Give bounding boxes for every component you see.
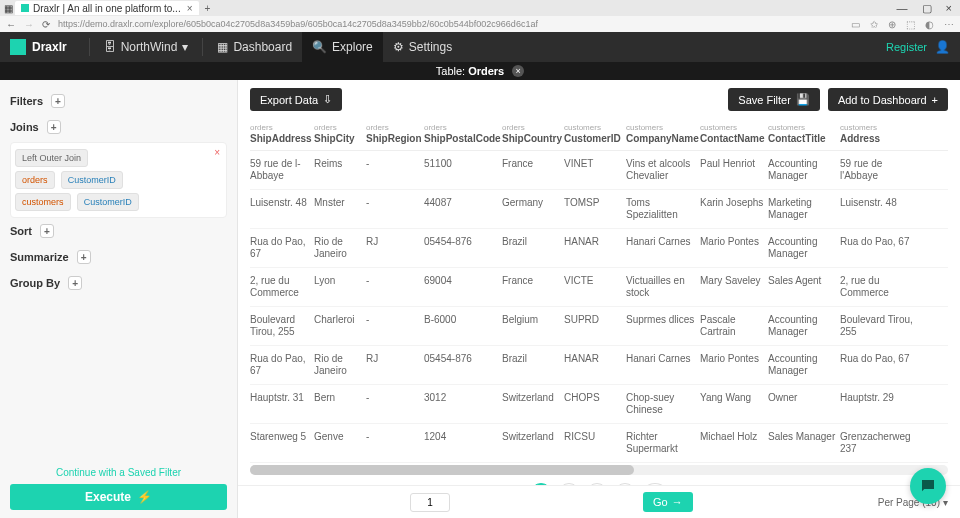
reader-icon[interactable]: ▭ bbox=[851, 19, 860, 30]
collections-icon[interactable]: ⊕ bbox=[888, 19, 896, 30]
register-link[interactable]: Register bbox=[878, 41, 935, 53]
remove-join-icon[interactable]: × bbox=[214, 147, 220, 158]
saved-filter-link[interactable]: Continue with a Saved Filter bbox=[10, 461, 227, 484]
new-tab-icon[interactable]: + bbox=[205, 3, 211, 14]
col-ShipCountry[interactable]: ordersShipCountry bbox=[502, 123, 564, 144]
page-3[interactable]: 3 bbox=[586, 483, 608, 485]
export-button[interactable]: Export Data ⇩ bbox=[250, 88, 342, 111]
page-input[interactable] bbox=[410, 493, 450, 512]
join-right-table[interactable]: customers bbox=[15, 193, 71, 211]
nav-back-icon[interactable]: ← bbox=[6, 19, 16, 30]
plus-icon: + bbox=[932, 94, 938, 106]
extensions-icon[interactable]: ⬚ bbox=[906, 19, 915, 30]
download-icon: ⇩ bbox=[323, 93, 332, 106]
add-join-button[interactable]: + bbox=[47, 120, 61, 134]
save-filter-button[interactable]: Save Filter 💾 bbox=[728, 88, 820, 111]
results-panel: Export Data ⇩ Save Filter 💾 Add to Dashb… bbox=[238, 80, 960, 518]
summarize-section: Summarize + bbox=[10, 244, 227, 270]
reload-icon[interactable]: ⟳ bbox=[42, 19, 50, 30]
page-1[interactable]: 1 bbox=[530, 483, 552, 485]
results-footer: Go → Per Page (10) ▾ bbox=[238, 485, 960, 518]
join-left-table[interactable]: orders bbox=[15, 171, 55, 189]
bolt-icon: ⚡ bbox=[137, 490, 152, 504]
clear-table-icon[interactable]: × bbox=[512, 65, 524, 77]
table-row[interactable]: 2, rue du CommerceLyon-69004FranceVICTEV… bbox=[250, 268, 948, 307]
table-body: 59 rue de l-AbbayeReims-51100FranceVINET… bbox=[250, 151, 948, 463]
close-tab-icon[interactable]: × bbox=[187, 3, 193, 14]
chat-fab[interactable] bbox=[910, 468, 946, 504]
col-CompanyName[interactable]: customersCompanyName bbox=[626, 123, 700, 144]
browser-tab[interactable]: Draxlr | An all in one platform to... × bbox=[15, 1, 199, 15]
favorite-icon[interactable]: ✩ bbox=[870, 19, 878, 30]
arrow-right-icon: → bbox=[672, 496, 683, 508]
prev-page-button[interactable]: Previous bbox=[262, 485, 323, 486]
tab-title: Draxlr | An all in one platform to... bbox=[33, 3, 181, 14]
save-icon: 💾 bbox=[796, 93, 810, 106]
add-groupby-button[interactable]: + bbox=[68, 276, 82, 290]
nav-dashboard[interactable]: ▦ Dashboard bbox=[207, 32, 302, 62]
chevron-down-icon: ▾ bbox=[182, 40, 188, 54]
nav-explore[interactable]: 🔍 Explore bbox=[302, 32, 383, 62]
join-type-chip[interactable]: Left Outer Join bbox=[15, 149, 88, 167]
browser-urlbar: ← → ⟳ https://demo.draxlr.com/explore/60… bbox=[0, 16, 960, 32]
query-sidebar: Filters + Joins + × Left Outer Join orde… bbox=[0, 80, 238, 518]
results-toolbar: Export Data ⇩ Save Filter 💾 Add to Dashb… bbox=[238, 80, 960, 119]
add-sort-button[interactable]: + bbox=[40, 224, 54, 238]
pagination: Previous 1 2 3 ... 83 Next bbox=[250, 477, 948, 485]
execute-button[interactable]: Execute ⚡ bbox=[10, 484, 227, 510]
join-right-col[interactable]: CustomerID bbox=[77, 193, 139, 211]
logo-icon bbox=[10, 39, 26, 55]
col-ContactTitle[interactable]: customersContactTitle bbox=[768, 123, 840, 144]
page-dots: ... bbox=[614, 483, 636, 485]
gear-icon: ⚙ bbox=[393, 40, 404, 54]
chevron-down-icon: ▾ bbox=[943, 497, 948, 508]
sort-section: Sort + bbox=[10, 218, 227, 244]
go-button[interactable]: Go → bbox=[643, 492, 693, 512]
col-ShipAddress[interactable]: ordersShipAddress bbox=[250, 123, 314, 144]
page-2[interactable]: 2 bbox=[558, 483, 580, 485]
nav-forward-icon: → bbox=[24, 19, 34, 30]
filters-section: Filters + bbox=[10, 88, 227, 114]
horizontal-scrollbar[interactable] bbox=[250, 465, 948, 475]
add-dashboard-button[interactable]: Add to Dashboard + bbox=[828, 88, 948, 111]
window-maximize-icon[interactable]: ▢ bbox=[922, 2, 932, 15]
col-ShipRegion[interactable]: ordersShipRegion bbox=[366, 123, 424, 144]
table-indicator: Table: Orders × bbox=[0, 62, 960, 80]
join-left-col[interactable]: CustomerID bbox=[61, 171, 123, 189]
table-row[interactable]: Luisenstr. 48Mnster-44087GermanyTOMSPTom… bbox=[250, 190, 948, 229]
user-icon[interactable]: 👤 bbox=[935, 40, 950, 54]
join-config[interactable]: × Left Outer Join orders CustomerID cust… bbox=[10, 142, 227, 218]
col-CustomerID[interactable]: customersCustomerID bbox=[564, 123, 626, 144]
page-last[interactable]: 83 bbox=[642, 483, 668, 485]
groupby-section: Group By + bbox=[10, 270, 227, 296]
tab-list-icon[interactable]: ▦ bbox=[4, 3, 13, 14]
favicon bbox=[21, 4, 29, 12]
table-row[interactable]: Boulevard Tirou, 255Charleroi-B-6000Belg… bbox=[250, 307, 948, 346]
add-summarize-button[interactable]: + bbox=[77, 250, 91, 264]
col-ShipCity[interactable]: ordersShipCity bbox=[314, 123, 366, 144]
db-selector[interactable]: 🗄 NorthWind ▾ bbox=[94, 32, 199, 62]
profile-icon[interactable]: ◐ bbox=[925, 19, 934, 30]
table-row[interactable]: Hauptstr. 31Bern-3012SwitzerlandCHOPSCho… bbox=[250, 385, 948, 424]
url-text[interactable]: https://demo.draxlr.com/explore/605b0ca0… bbox=[58, 19, 843, 29]
dashboard-icon: ▦ bbox=[217, 40, 228, 54]
table-header: ordersShipAddressordersShipCityordersShi… bbox=[250, 119, 948, 151]
search-icon: 🔍 bbox=[312, 40, 327, 54]
brand: Draxlr bbox=[32, 40, 67, 54]
window-close-icon[interactable]: × bbox=[946, 2, 952, 15]
table-row[interactable]: Starenweg 5Genve-1204SwitzerlandRICSURic… bbox=[250, 424, 948, 463]
nav-settings[interactable]: ⚙ Settings bbox=[383, 32, 462, 62]
add-filter-button[interactable]: + bbox=[51, 94, 65, 108]
col-Address[interactable]: customersAddress bbox=[840, 123, 920, 144]
joins-section: Joins + bbox=[10, 114, 227, 140]
col-ContactName[interactable]: customersContactName bbox=[700, 123, 768, 144]
col-ShipPostalCode[interactable]: ordersShipPostalCode bbox=[424, 123, 502, 144]
window-minimize-icon[interactable]: — bbox=[897, 2, 908, 15]
database-icon: 🗄 bbox=[104, 40, 116, 54]
table-row[interactable]: Rua do Pao, 67Rio de JaneiroRJ05454-876B… bbox=[250, 346, 948, 385]
table-row[interactable]: Rua do Pao, 67Rio de JaneiroRJ05454-876B… bbox=[250, 229, 948, 268]
menu-icon[interactable]: ⋯ bbox=[944, 19, 954, 30]
app-topnav: Draxlr 🗄 NorthWind ▾ ▦ Dashboard 🔍 Explo… bbox=[0, 32, 960, 62]
table-row[interactable]: 59 rue de l-AbbayeReims-51100FranceVINET… bbox=[250, 151, 948, 190]
results-table: ordersShipAddressordersShipCityordersShi… bbox=[238, 119, 960, 485]
